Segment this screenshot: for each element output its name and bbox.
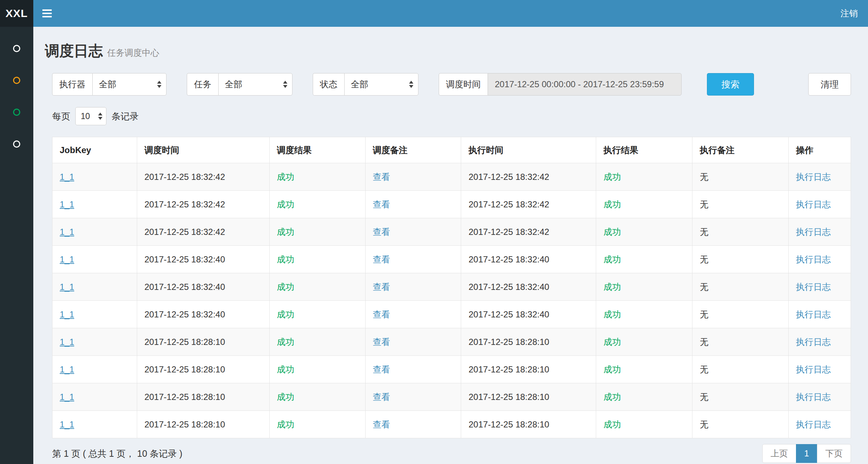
trigger-msg-link[interactable]: 查看 (373, 227, 390, 237)
handle-msg-cell: 无 (692, 163, 789, 191)
executor-select-value: 全部 (99, 79, 116, 90)
sidebar-item-1[interactable] (0, 33, 33, 64)
trigger-result-cell: 成功 (269, 383, 365, 411)
handle-time-cell: 2017-12-25 18:32:40 (461, 301, 596, 328)
circle-outline-icon (13, 109, 20, 116)
trigger-msg-link[interactable]: 查看 (373, 254, 390, 264)
status-filter-label: 状态 (313, 73, 344, 96)
job-select[interactable]: 全部 (218, 73, 292, 96)
sidebar-item-4[interactable] (0, 128, 33, 160)
jobkey-link[interactable]: 1_1 (60, 419, 74, 429)
job-filter-label: 任务 (187, 73, 218, 96)
sidebar (0, 27, 33, 464)
header-action: 操作 (789, 137, 851, 163)
main-content: 调度日志任务调度中心 执行器 全部 任务 全部 (33, 0, 868, 464)
execution-log-link[interactable]: 执行日志 (796, 254, 831, 264)
jobkey-link[interactable]: 1_1 (60, 282, 74, 292)
execution-log-link[interactable]: 执行日志 (796, 282, 831, 292)
trigger-time-cell: 2017-12-25 18:32:42 (137, 218, 269, 246)
trigger-time-cell: 2017-12-25 18:32:40 (137, 246, 269, 273)
sidebar-toggle-button[interactable] (33, 0, 61, 27)
trigger-msg-link[interactable]: 查看 (373, 337, 390, 347)
execution-log-link[interactable]: 执行日志 (796, 172, 831, 182)
jobkey-link[interactable]: 1_1 (60, 309, 74, 319)
page-size-row: 每页 10 条记录 (52, 107, 851, 125)
handle-msg-cell: 无 (692, 328, 789, 356)
trigger-msg-link[interactable]: 查看 (373, 282, 390, 292)
table-row: 1_1 2017-12-25 18:32:40 成功 查看 2017-12-25… (52, 301, 851, 328)
page-size-prefix-label: 每页 (52, 110, 70, 122)
trigger-msg-link[interactable]: 查看 (373, 364, 390, 374)
handle-time-cell: 2017-12-25 18:28:10 (461, 356, 596, 383)
table-row: 1_1 2017-12-25 18:32:42 成功 查看 2017-12-25… (52, 218, 851, 246)
pagination-summary: 第 1 页 ( 总共 1 页， 10 条记录 ) (52, 448, 182, 460)
trigger-time-range-input[interactable] (488, 73, 682, 96)
hamburger-icon (42, 9, 52, 11)
trigger-msg-link[interactable]: 查看 (373, 199, 390, 209)
page-size-select[interactable]: 10 (75, 107, 106, 125)
updown-arrows-icon (409, 81, 413, 88)
table-row: 1_1 2017-12-25 18:28:10 成功 查看 2017-12-25… (52, 411, 851, 438)
jobkey-link[interactable]: 1_1 (60, 337, 74, 347)
content-body: 执行器 全部 任务 全部 状态 (33, 73, 868, 464)
page-1-button[interactable]: 1 (796, 444, 817, 463)
execution-log-link[interactable]: 执行日志 (796, 337, 831, 347)
jobkey-link[interactable]: 1_1 (60, 364, 74, 374)
handle-result-cell: 成功 (596, 163, 692, 191)
table-row: 1_1 2017-12-25 18:28:10 成功 查看 2017-12-25… (52, 356, 851, 383)
updown-arrows-icon (98, 113, 102, 120)
page-size-suffix-label: 条记录 (111, 110, 139, 122)
execution-log-link[interactable]: 执行日志 (796, 309, 831, 319)
status-select[interactable]: 全部 (344, 73, 418, 96)
search-button[interactable]: 搜索 (707, 73, 754, 96)
handle-msg-cell: 无 (692, 356, 789, 383)
execution-log-link[interactable]: 执行日志 (796, 199, 831, 209)
execution-log-link[interactable]: 执行日志 (796, 419, 831, 429)
execution-log-link[interactable]: 执行日志 (796, 364, 831, 374)
navbar: XXL 注销 (0, 0, 868, 27)
trigger-msg-link[interactable]: 查看 (373, 172, 390, 182)
header-trigger-msg: 调度备注 (365, 137, 461, 163)
status-select-value: 全部 (351, 79, 368, 90)
jobkey-link[interactable]: 1_1 (60, 392, 74, 402)
table-row: 1_1 2017-12-25 18:28:10 成功 查看 2017-12-25… (52, 383, 851, 411)
executor-select[interactable]: 全部 (92, 73, 167, 96)
table-row: 1_1 2017-12-25 18:32:42 成功 查看 2017-12-25… (52, 191, 851, 218)
table-row: 1_1 2017-12-25 18:32:42 成功 查看 2017-12-25… (52, 163, 851, 191)
filter-bar: 执行器 全部 任务 全部 状态 (52, 73, 851, 96)
handle-msg-cell: 无 (692, 383, 789, 411)
handle-msg-cell: 无 (692, 273, 789, 301)
handle-time-cell: 2017-12-25 18:28:10 (461, 383, 596, 411)
status-filter-group: 状态 全部 (313, 73, 418, 96)
trigger-msg-link[interactable]: 查看 (373, 419, 390, 429)
trigger-msg-link[interactable]: 查看 (373, 309, 390, 319)
header-handle-result: 执行结果 (596, 137, 692, 163)
jobkey-link[interactable]: 1_1 (60, 254, 74, 264)
trigger-result-cell: 成功 (269, 328, 365, 356)
navbar-main: 注销 (33, 0, 868, 27)
jobkey-link[interactable]: 1_1 (60, 172, 74, 182)
trigger-msg-link[interactable]: 查看 (373, 392, 390, 402)
handle-time-cell: 2017-12-25 18:28:10 (461, 328, 596, 356)
handle-result-cell: 成功 (596, 328, 692, 356)
logout-link[interactable]: 注销 (830, 0, 868, 27)
execution-log-link[interactable]: 执行日志 (796, 392, 831, 402)
next-page-button[interactable]: 下页 (817, 444, 851, 463)
clear-button[interactable]: 清理 (808, 73, 851, 96)
execution-log-link[interactable]: 执行日志 (796, 227, 831, 237)
sidebar-item-2[interactable] (0, 64, 33, 96)
jobkey-link[interactable]: 1_1 (60, 227, 74, 237)
jobkey-link[interactable]: 1_1 (60, 199, 74, 209)
trigger-result-cell: 成功 (269, 301, 365, 328)
handle-msg-cell: 无 (692, 246, 789, 273)
header-handle-msg: 执行备注 (692, 137, 789, 163)
app-logo[interactable]: XXL (0, 0, 33, 27)
trigger-result-cell: 成功 (269, 273, 365, 301)
prev-page-button[interactable]: 上页 (762, 444, 796, 463)
trigger-result-cell: 成功 (269, 218, 365, 246)
executor-filter-group: 执行器 全部 (52, 73, 167, 96)
sidebar-item-3[interactable] (0, 96, 33, 128)
content-header: 调度日志任务调度中心 (33, 27, 868, 59)
trigger-result-cell: 成功 (269, 191, 365, 218)
handle-time-cell: 2017-12-25 18:32:42 (461, 191, 596, 218)
